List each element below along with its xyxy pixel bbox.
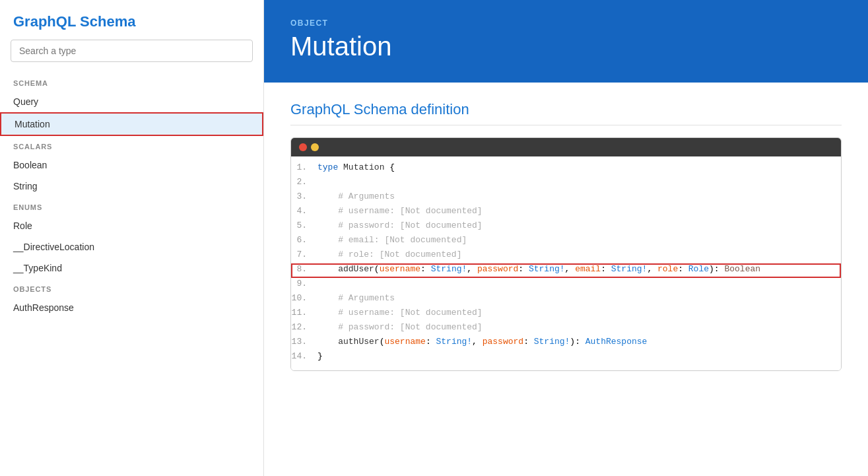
line-content: addUser(username: String!, password: Str… (317, 264, 841, 274)
search-input[interactable] (11, 40, 253, 62)
sidebar-item[interactable]: Boolean (0, 154, 263, 176)
dot-yellow (311, 143, 319, 151)
code-line: 3. # Arguments (291, 191, 841, 205)
dot-red (299, 143, 307, 151)
code-line: 4. # username: [Not documented] (291, 205, 841, 220)
code-line: 11. # username: [Not documented] (291, 307, 841, 322)
line-number: 14. (291, 351, 317, 361)
line-number: 13. (291, 337, 317, 347)
definition-section: GraphQL Schema definition 1.type Mutatio… (264, 83, 868, 384)
type-header: OBJECT Mutation (264, 0, 868, 83)
sidebar-item[interactable]: String (0, 176, 263, 197)
line-number: 5. (291, 221, 317, 230)
line-content: # Arguments (317, 293, 841, 303)
line-number: 6. (291, 235, 317, 245)
line-number: 10. (291, 293, 317, 303)
line-number: 1. (291, 162, 317, 172)
line-content: type Mutation { (317, 162, 841, 172)
code-line: 12. # password: [Not documented] (291, 322, 841, 336)
definition-title: GraphQL Schema definition (290, 101, 842, 125)
line-number: 9. (291, 279, 317, 289)
sidebar: GraphQL Schema SCHEMAQueryMutationSCALAR… (0, 0, 264, 476)
code-line: 7. # role: [Not documented] (291, 249, 841, 263)
line-content: authUser(username: String!, password: St… (317, 337, 841, 347)
line-content: # password: [Not documented] (317, 221, 841, 230)
line-number: 11. (291, 308, 317, 318)
code-line: 10. # Arguments (291, 292, 841, 307)
code-window: 1.type Mutation {2.3. # Arguments4. # us… (290, 137, 842, 371)
line-content: # role: [Not documented] (317, 250, 841, 259)
line-content: } (317, 351, 841, 361)
type-name-heading: Mutation (290, 32, 842, 61)
line-number: 2. (291, 177, 317, 187)
sidebar-title: GraphQL Schema (0, 0, 263, 40)
sidebar-item[interactable]: __DirectiveLocation (0, 236, 263, 257)
code-line: 1.type Mutation { (291, 162, 841, 176)
code-body: 1.type Mutation {2.3. # Arguments4. # us… (291, 156, 841, 370)
line-number: 4. (291, 206, 317, 216)
code-line: 8. addUser(username: String!, password: … (291, 263, 841, 278)
line-content: # username: [Not documented] (317, 308, 841, 318)
sidebar-item[interactable]: AuthResponse (0, 297, 263, 318)
code-line: 14.} (291, 351, 841, 365)
sidebar-section-label: ENUMS (0, 197, 263, 215)
sidebar-item[interactable]: __TypeKind (0, 257, 263, 279)
sidebar-section-label: OBJECTS (0, 279, 263, 297)
sidebar-item[interactable]: Role (0, 215, 263, 236)
sidebar-item[interactable]: Mutation (0, 112, 263, 136)
code-line: 9. (291, 278, 841, 292)
line-number: 7. (291, 250, 317, 259)
main-content: OBJECT Mutation GraphQL Schema definitio… (264, 0, 868, 476)
sidebar-section-label: SCALARS (0, 136, 263, 154)
code-line: 6. # email: [Not documented] (291, 234, 841, 249)
line-content: # username: [Not documented] (317, 206, 841, 216)
line-content: # email: [Not documented] (317, 235, 841, 245)
code-line: 13. authUser(username: String!, password… (291, 336, 841, 351)
code-titlebar (291, 138, 841, 156)
type-kind-label: OBJECT (290, 18, 842, 28)
line-content: # password: [Not documented] (317, 322, 841, 332)
code-line: 5. # password: [Not documented] (291, 220, 841, 234)
sidebar-item[interactable]: Query (0, 91, 263, 112)
code-line: 2. (291, 176, 841, 191)
line-number: 3. (291, 191, 317, 201)
line-number: 8. (291, 264, 317, 274)
line-content: # Arguments (317, 191, 841, 201)
line-number: 12. (291, 322, 317, 332)
sidebar-section-label: SCHEMA (0, 73, 263, 91)
